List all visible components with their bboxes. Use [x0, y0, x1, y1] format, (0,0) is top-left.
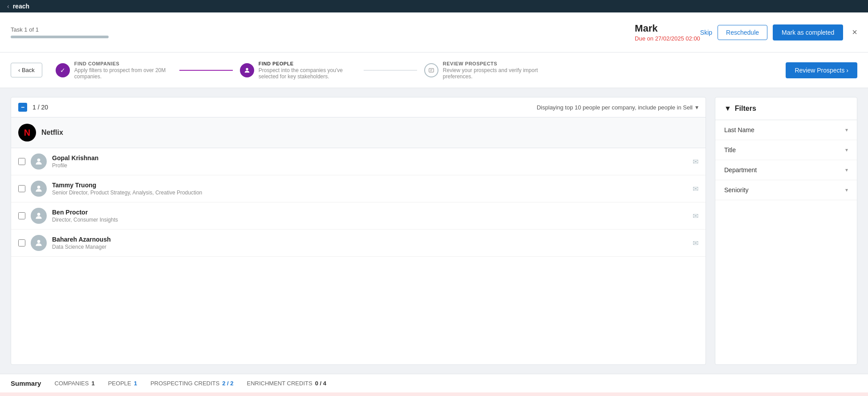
person-checkbox-3[interactable] — [18, 212, 25, 219]
summary-people-value: 1 — [134, 380, 137, 387]
task-title-area: Mark Due on 27/02/2025 02:00 — [635, 23, 700, 42]
chevron-down-icon-3: ▾ — [845, 167, 848, 173]
person-checkbox-2[interactable] — [18, 185, 25, 192]
summary-prospecting-value: 2 / 2 — [222, 380, 233, 387]
person-name-4: Bahareh Azarnoush — [52, 236, 687, 243]
minus-icon[interactable]: − — [18, 103, 27, 112]
summary-people: PEOPLE 1 — [108, 380, 137, 387]
top-nav: ‹ reach — [0, 0, 868, 12]
filter-lastname[interactable]: Last Name ▾ — [715, 120, 857, 140]
close-button[interactable]: × — [852, 27, 857, 37]
step-connector-1 — [179, 70, 233, 71]
summary-companies-value: 1 — [91, 380, 94, 387]
person-checkbox-1[interactable] — [18, 158, 25, 165]
person-avatar-4 — [31, 235, 47, 251]
filter-title[interactable]: Title ▾ — [715, 140, 857, 160]
summary-bar: Summary COMPANIES 1 PEOPLE 1 PROSPECTING… — [0, 374, 868, 392]
person-title-2: Senior Director, Product Strategy, Analy… — [52, 190, 687, 196]
task-actions: Skip Reschedule Mark as completed × — [700, 24, 857, 40]
filter-seniority-label: Seniority — [724, 186, 748, 194]
skip-button[interactable]: Skip — [700, 29, 712, 36]
step-find-people-label: FIND PEOPLE — [259, 61, 357, 66]
summary-companies: COMPANIES 1 — [54, 380, 94, 387]
step-find-people-text: FIND PEOPLE Prospect into the companies … — [259, 61, 357, 80]
person-checkbox-4[interactable] — [18, 239, 25, 246]
step-find-companies-desc: Apply filters to prospect from over 20M … — [74, 67, 172, 80]
step-find-companies: ✓ FIND COMPANIES Apply filters to prospe… — [56, 61, 172, 80]
step-connector-2 — [364, 70, 417, 71]
mark-completed-button[interactable]: Mark as completed — [773, 24, 843, 40]
person-name-3: Ben Proctor — [52, 209, 687, 216]
task-number: Task 1 of 1 — [11, 26, 626, 33]
back-button[interactable]: ‹ Back — [11, 63, 42, 77]
filters-title: Filters — [735, 105, 756, 113]
filter-seniority[interactable]: Seniority ▾ — [715, 180, 857, 200]
step-review-prospects-label: REVIEW PROSPECTS — [443, 61, 541, 66]
panel-count: 1 / 20 — [32, 104, 48, 111]
person-title-3: Director, Consumer Insights — [52, 217, 687, 223]
svg-point-4 — [37, 158, 41, 162]
person-row: Bahareh Azarnoush Data Science Manager ✉ — [11, 230, 706, 257]
svg-point-7 — [37, 240, 41, 243]
wizard-steps: ✓ FIND COMPANIES Apply filters to prospe… — [56, 61, 786, 80]
step-find-people-desc: Prospect into the companies you've selec… — [259, 67, 357, 80]
person-info-2: Tammy Truong Senior Director, Product St… — [52, 182, 687, 196]
summary-companies-key: COMPANIES — [54, 380, 89, 387]
person-row: Ben Proctor Director, Consumer Insights … — [11, 202, 706, 230]
summary-enrichment: ENRICHMENT CREDITS 0 / 4 — [247, 380, 326, 387]
person-avatar-1 — [31, 154, 47, 170]
person-info-1: Gopal Krishnan Profile — [52, 154, 687, 169]
email-icon-1[interactable]: ✉ — [693, 158, 698, 166]
svg-point-6 — [37, 213, 41, 216]
person-name-2: Tammy Truong — [52, 182, 687, 189]
task-info: Task 1 of 1 — [11, 26, 626, 38]
person-row: Tammy Truong Senior Director, Product St… — [11, 175, 706, 202]
task-progress-fill — [11, 36, 109, 38]
task-due-date: Due on 27/02/2025 02:00 — [635, 35, 700, 42]
filters-header: ▼ Filters — [715, 97, 857, 120]
filter-department-label: Department — [724, 166, 757, 174]
task-progress-bar — [11, 36, 109, 38]
chevron-down-icon-4: ▾ — [845, 187, 848, 193]
step-find-companies-icon: ✓ — [56, 63, 70, 77]
step-find-companies-label: FIND COMPANIES — [74, 61, 172, 66]
reschedule-button[interactable]: Reschedule — [718, 25, 767, 40]
panel-header: − 1 / 20 Displaying top 10 people per co… — [11, 97, 706, 117]
person-info-4: Bahareh Azarnoush Data Science Manager — [52, 236, 687, 250]
person-title-1: Profile — [52, 162, 687, 169]
filter-title-label: Title — [724, 146, 736, 154]
summary-people-key: PEOPLE — [108, 380, 131, 387]
email-icon-3[interactable]: ✉ — [693, 212, 698, 220]
task-header: Task 1 of 1 Mark Due on 27/02/2025 02:00… — [0, 12, 868, 53]
person-name-1: Gopal Krishnan — [52, 154, 687, 162]
summary-prospecting: PROSPECTING CREDITS 2 / 2 — [150, 380, 234, 387]
display-info-text: Displaying top 10 people per company, in… — [537, 104, 693, 111]
step-review-prospects: REVIEW PROSPECTS Review your prospects a… — [424, 61, 541, 80]
people-list: Gopal Krishnan Profile ✉ Tammy Truong Se… — [11, 148, 706, 257]
step-find-companies-text: FIND COMPANIES Apply filters to prospect… — [74, 61, 172, 80]
filter-icon: ▼ — [724, 105, 731, 113]
email-icon-4[interactable]: ✉ — [693, 239, 698, 247]
step-review-prospects-desc: Review your prospects and verify import … — [443, 67, 541, 80]
nav-logo: reach — [13, 3, 29, 10]
svg-point-0 — [246, 68, 248, 70]
netflix-logo: N — [18, 124, 36, 141]
person-title-4: Data Science Manager — [52, 244, 687, 250]
step-find-people: FIND PEOPLE Prospect into the companies … — [240, 61, 357, 80]
summary-enrichment-value: 0 / 4 — [315, 380, 326, 387]
summary-label: Summary — [11, 380, 41, 387]
step-review-prospects-text: REVIEW PROSPECTS Review your prospects a… — [443, 61, 541, 80]
filter-lastname-label: Last Name — [724, 126, 754, 133]
review-prospects-button[interactable]: Review Prospects › — [786, 62, 857, 78]
filter-department[interactable]: Department ▾ — [715, 160, 857, 180]
bottom-branding: GEEKFLARE — [0, 392, 868, 396]
nav-back-icon[interactable]: ‹ — [7, 3, 9, 10]
email-icon-2[interactable]: ✉ — [693, 185, 698, 193]
chevron-down-icon-1: ▾ — [845, 127, 848, 133]
step-find-people-icon — [240, 63, 254, 77]
summary-prospecting-key: PROSPECTING CREDITS — [150, 380, 219, 387]
chevron-down-icon-2: ▾ — [845, 147, 848, 153]
dropdown-chevron-icon[interactable]: ▾ — [695, 104, 698, 111]
step-review-prospects-icon — [424, 63, 438, 77]
wizard-bar: ‹ Back ✓ FIND COMPANIES Apply filters to… — [0, 53, 868, 88]
